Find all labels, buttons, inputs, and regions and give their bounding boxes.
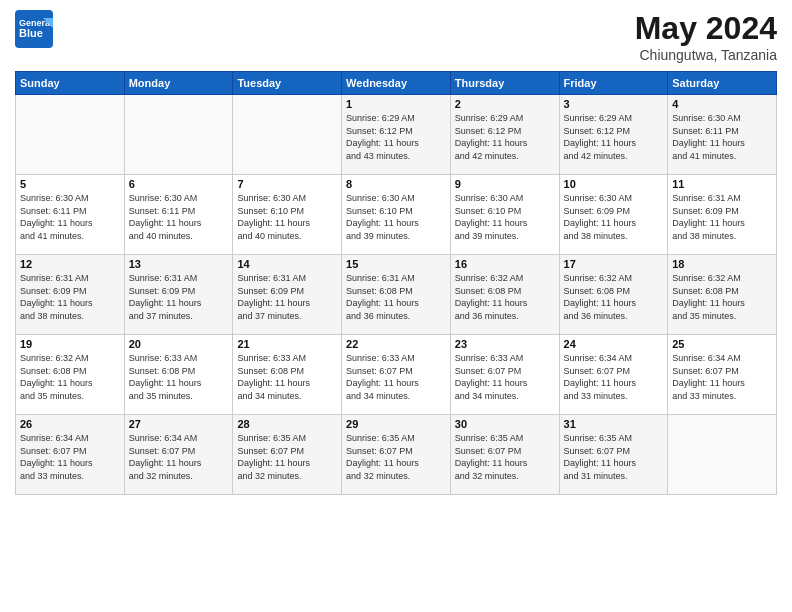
day-number: 2 xyxy=(455,98,555,110)
day-detail: Sunrise: 6:35 AM Sunset: 6:07 PM Dayligh… xyxy=(237,432,337,482)
day-detail: Sunrise: 6:33 AM Sunset: 6:08 PM Dayligh… xyxy=(237,352,337,402)
calendar-cell: 6Sunrise: 6:30 AM Sunset: 6:11 PM Daylig… xyxy=(124,175,233,255)
calendar-cell: 26Sunrise: 6:34 AM Sunset: 6:07 PM Dayli… xyxy=(16,415,125,495)
calendar-cell: 9Sunrise: 6:30 AM Sunset: 6:10 PM Daylig… xyxy=(450,175,559,255)
day-number: 31 xyxy=(564,418,664,430)
day-number: 30 xyxy=(455,418,555,430)
day-number: 28 xyxy=(237,418,337,430)
weekday-header-monday: Monday xyxy=(124,72,233,95)
day-detail: Sunrise: 6:32 AM Sunset: 6:08 PM Dayligh… xyxy=(455,272,555,322)
location-subtitle: Chiungutwa, Tanzania xyxy=(635,47,777,63)
calendar-week-2: 5Sunrise: 6:30 AM Sunset: 6:11 PM Daylig… xyxy=(16,175,777,255)
calendar-week-3: 12Sunrise: 6:31 AM Sunset: 6:09 PM Dayli… xyxy=(16,255,777,335)
calendar-cell: 19Sunrise: 6:32 AM Sunset: 6:08 PM Dayli… xyxy=(16,335,125,415)
day-number: 16 xyxy=(455,258,555,270)
calendar-cell: 23Sunrise: 6:33 AM Sunset: 6:07 PM Dayli… xyxy=(450,335,559,415)
calendar-cell: 5Sunrise: 6:30 AM Sunset: 6:11 PM Daylig… xyxy=(16,175,125,255)
calendar-cell: 13Sunrise: 6:31 AM Sunset: 6:09 PM Dayli… xyxy=(124,255,233,335)
calendar-cell xyxy=(233,95,342,175)
calendar-week-5: 26Sunrise: 6:34 AM Sunset: 6:07 PM Dayli… xyxy=(16,415,777,495)
calendar: SundayMondayTuesdayWednesdayThursdayFrid… xyxy=(15,71,777,495)
calendar-cell: 24Sunrise: 6:34 AM Sunset: 6:07 PM Dayli… xyxy=(559,335,668,415)
day-number: 21 xyxy=(237,338,337,350)
calendar-cell: 22Sunrise: 6:33 AM Sunset: 6:07 PM Dayli… xyxy=(342,335,451,415)
calendar-cell: 15Sunrise: 6:31 AM Sunset: 6:08 PM Dayli… xyxy=(342,255,451,335)
day-detail: Sunrise: 6:31 AM Sunset: 6:09 PM Dayligh… xyxy=(20,272,120,322)
day-number: 4 xyxy=(672,98,772,110)
day-number: 19 xyxy=(20,338,120,350)
calendar-cell: 1Sunrise: 6:29 AM Sunset: 6:12 PM Daylig… xyxy=(342,95,451,175)
day-number: 11 xyxy=(672,178,772,190)
weekday-header-tuesday: Tuesday xyxy=(233,72,342,95)
calendar-cell xyxy=(16,95,125,175)
calendar-cell: 25Sunrise: 6:34 AM Sunset: 6:07 PM Dayli… xyxy=(668,335,777,415)
day-detail: Sunrise: 6:31 AM Sunset: 6:09 PM Dayligh… xyxy=(672,192,772,242)
day-detail: Sunrise: 6:30 AM Sunset: 6:11 PM Dayligh… xyxy=(20,192,120,242)
day-number: 23 xyxy=(455,338,555,350)
day-detail: Sunrise: 6:34 AM Sunset: 6:07 PM Dayligh… xyxy=(672,352,772,402)
day-number: 29 xyxy=(346,418,446,430)
calendar-cell: 18Sunrise: 6:32 AM Sunset: 6:08 PM Dayli… xyxy=(668,255,777,335)
calendar-cell: 3Sunrise: 6:29 AM Sunset: 6:12 PM Daylig… xyxy=(559,95,668,175)
day-number: 1 xyxy=(346,98,446,110)
calendar-cell: 21Sunrise: 6:33 AM Sunset: 6:08 PM Dayli… xyxy=(233,335,342,415)
calendar-cell: 8Sunrise: 6:30 AM Sunset: 6:10 PM Daylig… xyxy=(342,175,451,255)
day-number: 10 xyxy=(564,178,664,190)
day-detail: Sunrise: 6:31 AM Sunset: 6:09 PM Dayligh… xyxy=(237,272,337,322)
header: General Blue May 2024 Chiungutwa, Tanzan… xyxy=(15,10,777,63)
calendar-cell: 11Sunrise: 6:31 AM Sunset: 6:09 PM Dayli… xyxy=(668,175,777,255)
calendar-cell: 17Sunrise: 6:32 AM Sunset: 6:08 PM Dayli… xyxy=(559,255,668,335)
calendar-cell: 16Sunrise: 6:32 AM Sunset: 6:08 PM Dayli… xyxy=(450,255,559,335)
day-detail: Sunrise: 6:34 AM Sunset: 6:07 PM Dayligh… xyxy=(564,352,664,402)
day-detail: Sunrise: 6:33 AM Sunset: 6:07 PM Dayligh… xyxy=(346,352,446,402)
calendar-cell: 10Sunrise: 6:30 AM Sunset: 6:09 PM Dayli… xyxy=(559,175,668,255)
day-number: 14 xyxy=(237,258,337,270)
day-detail: Sunrise: 6:31 AM Sunset: 6:08 PM Dayligh… xyxy=(346,272,446,322)
day-number: 18 xyxy=(672,258,772,270)
day-detail: Sunrise: 6:30 AM Sunset: 6:10 PM Dayligh… xyxy=(346,192,446,242)
page: General Blue May 2024 Chiungutwa, Tanzan… xyxy=(0,0,792,612)
day-number: 26 xyxy=(20,418,120,430)
day-number: 13 xyxy=(129,258,229,270)
weekday-header-sunday: Sunday xyxy=(16,72,125,95)
calendar-cell xyxy=(668,415,777,495)
day-detail: Sunrise: 6:34 AM Sunset: 6:07 PM Dayligh… xyxy=(129,432,229,482)
day-detail: Sunrise: 6:30 AM Sunset: 6:11 PM Dayligh… xyxy=(672,112,772,162)
day-detail: Sunrise: 6:32 AM Sunset: 6:08 PM Dayligh… xyxy=(20,352,120,402)
calendar-cell: 2Sunrise: 6:29 AM Sunset: 6:12 PM Daylig… xyxy=(450,95,559,175)
title-block: May 2024 Chiungutwa, Tanzania xyxy=(635,10,777,63)
weekday-header-thursday: Thursday xyxy=(450,72,559,95)
calendar-cell: 14Sunrise: 6:31 AM Sunset: 6:09 PM Dayli… xyxy=(233,255,342,335)
day-detail: Sunrise: 6:31 AM Sunset: 6:09 PM Dayligh… xyxy=(129,272,229,322)
day-number: 9 xyxy=(455,178,555,190)
day-number: 20 xyxy=(129,338,229,350)
calendar-cell: 4Sunrise: 6:30 AM Sunset: 6:11 PM Daylig… xyxy=(668,95,777,175)
day-detail: Sunrise: 6:30 AM Sunset: 6:11 PM Dayligh… xyxy=(129,192,229,242)
logo-icon: General Blue xyxy=(15,10,53,48)
day-detail: Sunrise: 6:29 AM Sunset: 6:12 PM Dayligh… xyxy=(564,112,664,162)
day-number: 6 xyxy=(129,178,229,190)
weekday-header-row: SundayMondayTuesdayWednesdayThursdayFrid… xyxy=(16,72,777,95)
weekday-header-friday: Friday xyxy=(559,72,668,95)
day-number: 27 xyxy=(129,418,229,430)
day-detail: Sunrise: 6:35 AM Sunset: 6:07 PM Dayligh… xyxy=(564,432,664,482)
calendar-cell: 27Sunrise: 6:34 AM Sunset: 6:07 PM Dayli… xyxy=(124,415,233,495)
day-number: 17 xyxy=(564,258,664,270)
calendar-cell: 20Sunrise: 6:33 AM Sunset: 6:08 PM Dayli… xyxy=(124,335,233,415)
calendar-cell: 28Sunrise: 6:35 AM Sunset: 6:07 PM Dayli… xyxy=(233,415,342,495)
calendar-cell: 29Sunrise: 6:35 AM Sunset: 6:07 PM Dayli… xyxy=(342,415,451,495)
calendar-cell: 31Sunrise: 6:35 AM Sunset: 6:07 PM Dayli… xyxy=(559,415,668,495)
day-detail: Sunrise: 6:33 AM Sunset: 6:07 PM Dayligh… xyxy=(455,352,555,402)
svg-text:Blue: Blue xyxy=(19,27,43,39)
day-number: 5 xyxy=(20,178,120,190)
day-detail: Sunrise: 6:30 AM Sunset: 6:09 PM Dayligh… xyxy=(564,192,664,242)
calendar-cell xyxy=(124,95,233,175)
day-detail: Sunrise: 6:32 AM Sunset: 6:08 PM Dayligh… xyxy=(672,272,772,322)
day-detail: Sunrise: 6:32 AM Sunset: 6:08 PM Dayligh… xyxy=(564,272,664,322)
weekday-header-saturday: Saturday xyxy=(668,72,777,95)
day-detail: Sunrise: 6:29 AM Sunset: 6:12 PM Dayligh… xyxy=(346,112,446,162)
day-number: 12 xyxy=(20,258,120,270)
day-detail: Sunrise: 6:30 AM Sunset: 6:10 PM Dayligh… xyxy=(237,192,337,242)
day-number: 24 xyxy=(564,338,664,350)
logo: General Blue xyxy=(15,10,55,48)
